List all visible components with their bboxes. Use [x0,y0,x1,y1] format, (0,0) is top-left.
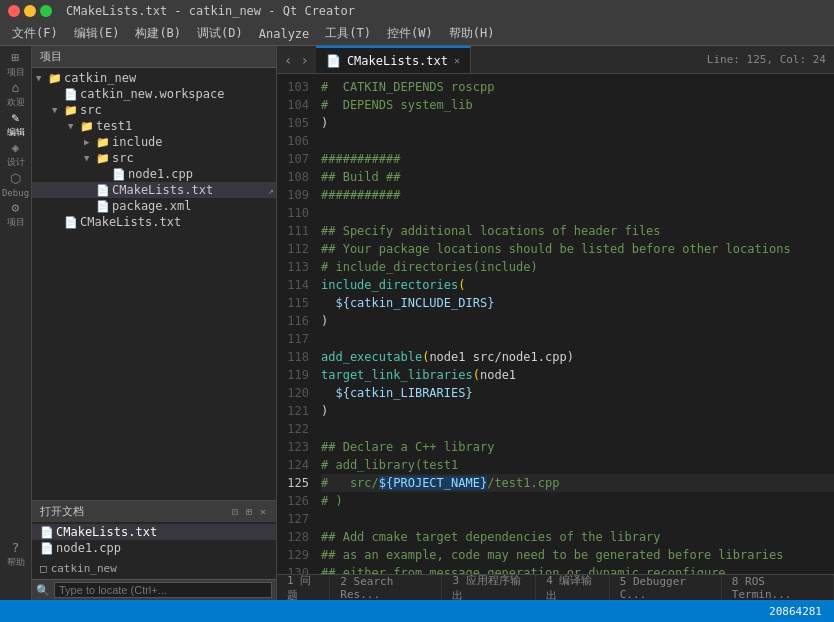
catkin-folder-icon: □ [40,562,47,575]
bottom-tab-compile[interactable]: 4 编译输出 [536,575,610,600]
bottom-tab-ros[interactable]: 8 ROS Termin... [722,575,834,600]
sidebar-item-label: 项目 [7,216,25,229]
edit-icon: ✎ [8,110,24,125]
tree-item-include[interactable]: ▶ 📁 include [32,134,276,150]
workspace-icon: 📄 [64,88,78,101]
code-line [321,204,834,222]
open-doc-cmakelists[interactable]: 📄 CMakeLists.txt [32,524,276,540]
tree-item-node1cpp[interactable]: 📄 node1.cpp [32,166,276,182]
minimize-button[interactable] [24,5,36,17]
bottom-tab-problems[interactable]: 1 问题 [277,575,330,600]
menu-debug[interactable]: 调试(D) [189,23,251,44]
code-line: ## Your package locations should be list… [321,240,834,258]
code-line: ) [321,402,834,420]
debug-icon: ⬡ [8,171,24,187]
xml-file-icon: 📄 [96,200,110,213]
tab-nav: ‹ › [277,46,316,73]
code-line [321,330,834,348]
menu-build[interactable]: 构建(B) [127,23,189,44]
status-bar: 20864281 [0,600,834,622]
tree-item-label: package.xml [112,199,191,213]
design-icon: ◈ [8,140,24,155]
code-line: include_directories( [321,276,834,294]
folder-icon: 📁 [48,72,62,85]
bottom-tab-debugger[interactable]: 5 Debugger C... [610,575,722,600]
expand-icon[interactable]: ⊞ [244,506,254,517]
line-number: 119 [277,366,309,384]
bottom-tab-app-output[interactable]: 3 应用程序输出 [442,575,536,600]
tree-item-cmakelists-selected[interactable]: 📄 CMakeLists.txt ↗ [32,182,276,198]
open-doc-label: node1.cpp [56,541,121,555]
line-number: 110 [277,204,309,222]
cmake-tab-icon: 📄 [326,54,341,68]
line-number: 123 [277,438,309,456]
tab-nav-left[interactable]: ‹ [281,52,295,68]
chevron-down-icon: ▼ [36,73,48,83]
line-number: 121 [277,402,309,420]
line-number: 104 [277,96,309,114]
sidebar-item-project[interactable]: ⊞ 项目 [2,50,30,78]
close-button[interactable] [8,5,20,17]
split-icon[interactable]: ⊡ [230,506,240,517]
tree-item-catkin-new[interactable]: ▼ 📁 catkin_new [32,70,276,86]
sidebar-item-edit[interactable]: ✎ 编辑 [2,110,30,138]
tree-item-cmakelists-root[interactable]: 📄 CMakeLists.txt [32,214,276,230]
menu-edit[interactable]: 编辑(E) [66,23,128,44]
menu-controls[interactable]: 控件(W) [379,23,441,44]
sidebar-item-label: 项目 [7,66,25,79]
tree-item-label: include [112,135,163,149]
search-input[interactable] [54,582,272,598]
code-line: # add_library(test1 [321,456,834,474]
maximize-button[interactable] [40,5,52,17]
code-line: target_link_libraries(node1 [321,366,834,384]
editor-content[interactable]: 1031041051061071081091101111121131141151… [277,74,834,574]
close-docs-icon[interactable]: ✕ [258,506,268,517]
folder-icon: 📁 [96,136,110,149]
tree-item-workspace[interactable]: 📄 catkin_new.workspace [32,86,276,102]
window-title: CMakeLists.txt - catkin_new - Qt Creator [66,4,355,18]
tree-item-label: src [112,151,134,165]
cmake-file-icon: 📄 [96,184,110,197]
menu-tools[interactable]: 工具(T) [317,23,379,44]
bottom-tab-search[interactable]: 2 Search Res... [330,575,442,600]
window-controls[interactable] [8,5,52,17]
line-number: 103 [277,78,309,96]
sidebar-item-debug[interactable]: ⬡ Debug [2,170,30,198]
line-number: 122 [277,420,309,438]
tree-item-test1[interactable]: ▼ 📁 test1 [32,118,276,134]
panel-title: 项目 [32,46,276,68]
open-docs-list: 📄 CMakeLists.txt 📄 node1.cpp [32,522,276,558]
open-doc-node1cpp[interactable]: 📄 node1.cpp [32,540,276,556]
open-docs-header: 打开文档 ⊡ ⊞ ✕ [32,501,276,522]
tree-item-label: test1 [96,119,132,133]
tree-item-src-inner[interactable]: ▼ 📁 src [32,150,276,166]
line-number: 111 [277,222,309,240]
file-tree-content: ▼ 📁 catkin_new 📄 catkin_new.workspace ▼ … [32,68,276,500]
sidebar-item-project2[interactable]: ⚙ 项目 [2,200,30,228]
menu-help[interactable]: 帮助(H) [441,23,503,44]
tab-close-icon[interactable]: ✕ [454,55,460,66]
tab-cmakelists[interactable]: 📄 CMakeLists.txt ✕ [316,46,471,73]
tree-item-packagexml[interactable]: 📄 package.xml [32,198,276,214]
tab-nav-right[interactable]: › [297,52,311,68]
bottom-tab-label: 2 Search Res... [340,575,431,601]
chevron-down-icon: ▼ [84,153,96,163]
sidebar-item-welcome[interactable]: ⌂ 欢迎 [2,80,30,108]
code-line: # ) [321,492,834,510]
code-line: ) [321,312,834,330]
menubar: 文件(F) 编辑(E) 构建(B) 调试(D) Analyze 工具(T) 控件… [0,22,834,46]
sidebar-item-design[interactable]: ◈ 设计 [2,140,30,168]
chevron-right-icon: ▶ [84,137,96,147]
sidebar-item-help[interactable]: ? 帮助 [2,540,30,568]
tree-item-src[interactable]: ▼ 📁 src [32,102,276,118]
menu-analyze[interactable]: Analyze [251,25,318,43]
menu-file[interactable]: 文件(F) [4,23,66,44]
sidebar-item-label: 编辑 [7,126,25,139]
chevron-down-icon: ▼ [68,121,80,131]
code-line [321,510,834,528]
code-line: # DEPENDS system_lib [321,96,834,114]
tree-item-label: catkin_new [64,71,136,85]
bottom-tab-label: 1 问题 [287,573,319,601]
code-content[interactable]: # CATKIN_DEPENDS roscpp# DEPENDS system_… [313,74,834,574]
line-number: 109 [277,186,309,204]
